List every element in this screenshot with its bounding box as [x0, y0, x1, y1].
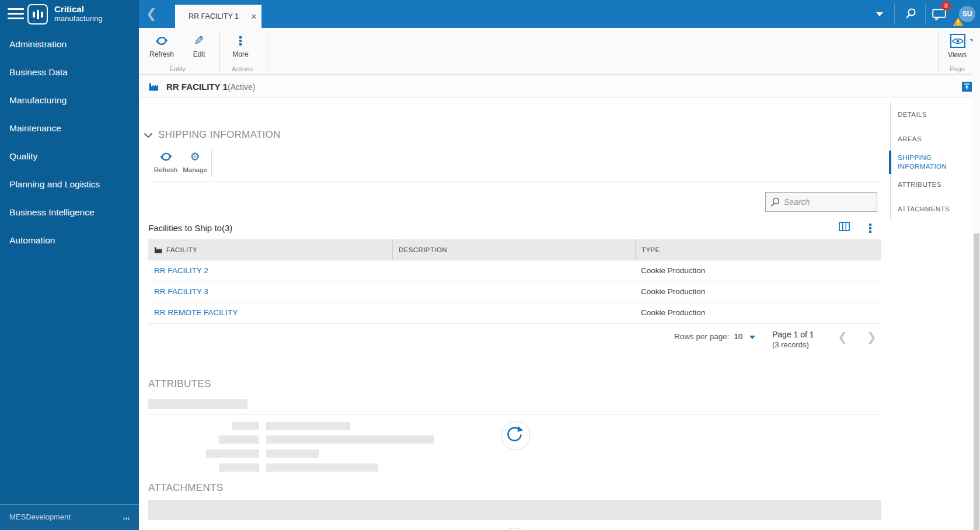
manage-gear-icon: ⚙ [190, 150, 200, 163]
skeleton-bar [266, 422, 350, 430]
loading-spinner-icon [499, 528, 529, 530]
sidebar: Critical manufacturing Administration Bu… [0, 0, 139, 530]
page-info: Page 1 of 1 [772, 330, 814, 339]
edit-label: Edit [183, 50, 215, 58]
sidebar-item-administration[interactable]: Administration [0, 30, 139, 58]
sidebar-item-business-intelligence[interactable]: Business Intelligence [0, 198, 139, 226]
section-collapse-icon[interactable] [144, 132, 153, 138]
table-header-row: FACILITY DESCRIPTION TYPE [148, 239, 881, 260]
sidebar-header: Critical manufacturing [0, 0, 139, 29]
refresh-button[interactable]: Refresh [145, 33, 178, 58]
entity-group-caption: Entity [154, 65, 201, 72]
skeleton-bar [266, 463, 378, 472]
rows-per-page-value: 10 [734, 332, 742, 341]
sidebar-item-automation[interactable]: Automation [0, 226, 139, 254]
records-info: (3 records) [772, 340, 809, 349]
manage-columns-icon[interactable] [839, 222, 850, 231]
type-cell: Cookie Production [635, 281, 881, 302]
description-cell [392, 302, 635, 323]
table-menu-icon[interactable] [866, 221, 875, 235]
edit-button[interactable]: ✎ Edit [183, 33, 215, 58]
tabs-dropdown-icon[interactable] [876, 12, 883, 16]
tab-close-icon[interactable]: ✕ [246, 12, 261, 21]
tab-rr-facility-1[interactable]: RR FACILITY 1 ✕ [175, 5, 261, 28]
scrollbar-thumb[interactable] [974, 233, 979, 530]
table-row: RR REMOTE FACILITY Cookie Production [148, 302, 881, 323]
collapse-header-button[interactable] [962, 82, 972, 92]
edit-icon: ✎ [194, 34, 204, 48]
shipping-section-title[interactable]: SHIPPING INFORMATION [158, 129, 281, 141]
eye-icon [952, 37, 964, 45]
rail-item-attachments[interactable]: ATTACHMENTS [898, 205, 956, 214]
description-cell [392, 260, 635, 281]
more-label: More [224, 50, 257, 58]
skeleton-bar [206, 449, 259, 458]
rail-item-areas[interactable]: AREAS [898, 135, 956, 144]
column-header-facility[interactable]: FACILITY [148, 239, 392, 260]
skeleton-bar [232, 422, 259, 430]
search-input[interactable] [784, 197, 871, 207]
column-label: DESCRIPTION [399, 246, 447, 253]
connection-icon [122, 514, 131, 521]
sidebar-item-quality[interactable]: Quality [0, 142, 139, 170]
sidebar-item-maintenance[interactable]: Maintenance [0, 114, 139, 142]
brand-name-bottom: manufacturing [54, 15, 102, 23]
topbar-divider [894, 4, 895, 25]
search-icon[interactable] [905, 8, 917, 20]
facility-link[interactable]: RR REMOTE FACILITY [154, 308, 238, 317]
previous-page-icon[interactable]: ❮ [838, 330, 848, 344]
arrow-up-icon [962, 82, 972, 92]
table-row: RR FACILITY 3 Cookie Production [148, 281, 881, 302]
section-divider [148, 181, 881, 182]
facility-icon [154, 246, 163, 253]
topbar: ❮ RR FACILITY 1 ✕ 8 SU [139, 0, 980, 28]
facility-link[interactable]: RR FACILITY 3 [154, 287, 208, 296]
tab-scroll-left-icon[interactable]: ❮ [146, 6, 155, 22]
environment-label: MESDevelopment [9, 512, 71, 521]
sidebar-item-planning-logistics[interactable]: Planning and Logistics [0, 170, 139, 198]
skeleton-bar [148, 399, 247, 409]
rail-item-details[interactable]: DETAILS [898, 110, 956, 119]
column-header-description[interactable]: DESCRIPTION [392, 239, 635, 260]
sidebar-footer[interactable]: MESDevelopment [0, 504, 139, 530]
rail-item-shipping-information[interactable]: SHIPPING INFORMATION [898, 154, 956, 171]
shipping-manage-button[interactable]: ⚙ Manage [180, 149, 210, 173]
description-cell [392, 281, 635, 302]
sidebar-item-manufacturing[interactable]: Manufacturing [0, 86, 139, 114]
toolbar-divider [211, 149, 212, 177]
messages-icon[interactable] [932, 9, 946, 20]
page-content: SHIPPING INFORMATION Refresh ⚙ Manage [139, 97, 980, 530]
refresh-label: Refresh [145, 50, 178, 58]
rows-per-page-dropdown-icon[interactable] [749, 336, 755, 339]
views-label: Views [940, 51, 975, 59]
refresh-icon [145, 33, 178, 48]
sidebar-item-business-data[interactable]: Business Data [0, 58, 139, 86]
facility-link[interactable]: RR FACILITY 2 [154, 266, 208, 275]
notification-badge: 8 [941, 1, 951, 11]
menu-icon[interactable] [8, 8, 24, 20]
app-root: Critical manufacturing Administration Bu… [0, 0, 980, 530]
active-section-indicator [889, 151, 891, 174]
tab-label: RR FACILITY 1 [175, 12, 246, 20]
topbar-divider [925, 4, 926, 25]
rows-per-page-control[interactable]: Rows per page: 10 [674, 332, 755, 341]
brand-logo-icon [27, 4, 48, 25]
search-icon [770, 197, 780, 207]
sidebar-nav: Administration Business Data Manufacturi… [0, 30, 139, 254]
more-button[interactable]: More [224, 33, 257, 58]
next-page-icon[interactable]: ❯ [867, 330, 877, 344]
vertical-scrollbar[interactable] [972, 28, 980, 530]
entity-title: RR FACILITY 1 [166, 82, 228, 92]
skeleton-bar [266, 435, 434, 444]
brand-name-top: Critical [54, 5, 102, 15]
views-button[interactable] [950, 34, 965, 48]
skeleton-bar [148, 500, 881, 520]
rail-item-attributes[interactable]: ATTRIBUTES [898, 180, 956, 189]
column-header-type[interactable]: TYPE [635, 239, 881, 260]
table-row: RR FACILITY 2 Cookie Production [148, 260, 881, 281]
rows-per-page-label: Rows per page: [674, 332, 730, 341]
brand: Critical manufacturing [54, 5, 102, 23]
refresh-label: Refresh [151, 166, 181, 173]
shipping-refresh-button[interactable]: Refresh [151, 149, 181, 173]
loading-spinner-icon [500, 420, 531, 451]
